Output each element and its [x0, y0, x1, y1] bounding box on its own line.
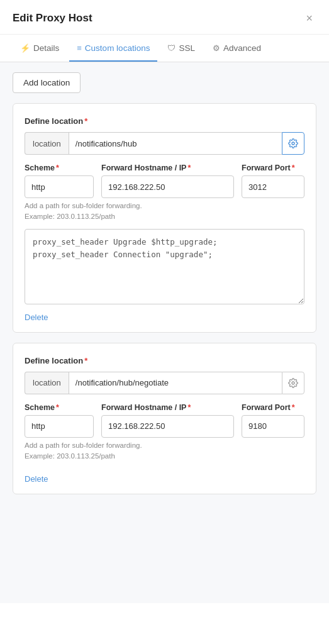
scheme-group-1: Scheme*	[25, 164, 94, 198]
scheme-label-1: Scheme*	[25, 164, 94, 172]
required-star-2: *	[84, 356, 87, 365]
tab-ssl-label: SSL	[179, 43, 195, 53]
required-star-1: *	[84, 116, 87, 126]
location-card-2: Define location* location Scheme*	[13, 343, 316, 495]
port-input-2[interactable]	[242, 415, 304, 438]
fields-row-2: Scheme* Forward Hostname / IP* Forward P…	[25, 403, 304, 438]
port-input-1[interactable]	[242, 175, 304, 198]
hostname-input-1[interactable]	[101, 175, 234, 198]
gear-icon-2	[288, 378, 298, 388]
tab-advanced[interactable]: ⚙ Advanced	[205, 35, 269, 62]
close-button[interactable]: ×	[302, 11, 316, 25]
tab-custom-locations[interactable]: ≡ Custom locations	[69, 35, 157, 62]
add-location-button[interactable]: Add location	[13, 72, 81, 93]
location-settings-button-2[interactable]	[282, 372, 304, 394]
fields-row-1: Scheme* Forward Hostname / IP* Forward P…	[25, 164, 304, 198]
location-prefix-1: location	[25, 132, 69, 155]
location-path-row-2: location	[25, 372, 304, 394]
content-area: Add location Define location* location	[0, 62, 329, 603]
scheme-group-2: Scheme*	[25, 403, 94, 438]
hostname-label-2: Forward Hostname / IP*	[101, 403, 234, 412]
tab-advanced-label: Advanced	[223, 43, 261, 53]
gear-icon-1	[288, 138, 298, 148]
hint-2: Add a path for sub-folder forwarding. Ex…	[25, 440, 304, 462]
hint-1: Add a path for sub-folder forwarding. Ex…	[25, 201, 304, 223]
hostname-input-2[interactable]	[101, 415, 234, 438]
dialog-title: Edit Proxy Host	[13, 12, 92, 25]
define-location-label-1: Define location*	[25, 116, 304, 126]
advanced-textarea-1[interactable]: proxy_set_header Upgrade $http_upgrade; …	[25, 229, 304, 304]
location-path-row-1: location	[25, 132, 304, 155]
tab-details[interactable]: ⚡ Details	[13, 35, 67, 62]
location-prefix-2: location	[25, 372, 69, 394]
dialog-header: Edit Proxy Host ×	[0, 0, 329, 35]
port-group-2: Forward Port*	[242, 403, 304, 438]
tab-ssl[interactable]: 🛡 SSL	[160, 35, 203, 62]
tab-details-label: Details	[33, 43, 59, 53]
define-location-label-2: Define location*	[25, 356, 304, 365]
hostname-group-2: Forward Hostname / IP*	[101, 403, 234, 438]
delete-link-1[interactable]: Delete	[25, 313, 48, 322]
scheme-label-2: Scheme*	[25, 403, 94, 412]
port-label-1: Forward Port*	[242, 164, 304, 172]
details-icon: ⚡	[20, 43, 30, 53]
port-label-2: Forward Port*	[242, 403, 304, 412]
edit-proxy-host-dialog: Edit Proxy Host × ⚡ Details ≡ Custom loc…	[0, 0, 329, 603]
location-path-input-2[interactable]	[69, 372, 282, 394]
svg-point-0	[292, 142, 294, 145]
hostname-group-1: Forward Hostname / IP*	[101, 164, 234, 198]
scheme-input-1[interactable]	[25, 175, 94, 198]
scheme-input-2[interactable]	[25, 415, 94, 438]
ssl-icon: 🛡	[167, 43, 176, 53]
location-path-input-1[interactable]	[69, 132, 282, 155]
location-card-1: Define location* location Scheme*	[13, 103, 316, 333]
hostname-label-1: Forward Hostname / IP*	[101, 164, 234, 172]
advanced-icon: ⚙	[213, 43, 220, 53]
custom-locations-icon: ≡	[77, 43, 82, 53]
svg-point-1	[292, 382, 294, 384]
delete-link-2[interactable]: Delete	[25, 474, 48, 484]
tab-bar: ⚡ Details ≡ Custom locations 🛡 SSL ⚙ Adv…	[0, 35, 329, 62]
tab-custom-locations-label: Custom locations	[85, 43, 150, 53]
location-settings-button-1[interactable]	[282, 132, 304, 155]
port-group-1: Forward Port*	[242, 164, 304, 198]
